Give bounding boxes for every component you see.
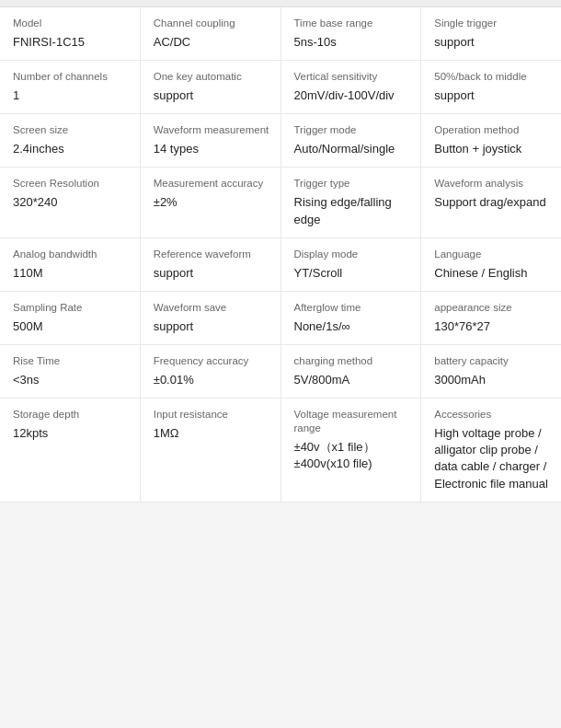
spec-label: Channel coupling (154, 17, 269, 30)
spec-label: battery capacity (434, 354, 550, 368)
spec-cell: Trigger modeAuto/Normal/single (281, 114, 422, 167)
spec-label: Measurement accuracy (154, 177, 269, 191)
spec-cell: Vertical sensitivity20mV/div-100V/div (281, 61, 422, 113)
spec-label: Trigger mode (294, 123, 410, 137)
spec-cell: Single triggersupport (421, 7, 561, 60)
spec-label: Waveform analysis (434, 177, 550, 191)
spec-label: Rise Time (13, 354, 129, 368)
spec-cell: Number of channels1 (0, 61, 141, 113)
spec-row: Number of channels1One key automaticsupp… (0, 61, 561, 114)
spec-label: Operation method (434, 123, 550, 137)
spec-cell: Waveform measurement14 types (141, 114, 281, 167)
spec-cell: Measurement accuracy±2% (141, 168, 281, 237)
spec-cell: Analog bandwidth110M (0, 238, 141, 291)
spec-value: support (154, 265, 269, 282)
spec-value: 320*240 (13, 194, 129, 211)
spec-cell: Rise Time<3ns (0, 345, 141, 398)
spec-value: support (434, 87, 550, 104)
spec-label: Input resistance (154, 408, 269, 422)
spec-value: 2.4inches (13, 141, 129, 157)
spec-label: Sampling Rate (13, 301, 129, 315)
spec-value: 130*76*27 (434, 318, 550, 335)
spec-label: charging method (294, 354, 410, 368)
spec-cell: Frequency accuracy±0.01% (141, 345, 281, 398)
spec-label: Voltage measurement range (294, 408, 410, 435)
spec-cell: Waveform savesupport (141, 292, 281, 344)
spec-cell: Time base range5ns-10s (281, 7, 422, 60)
spec-value: FNIRSI-1C15 (13, 34, 129, 51)
spec-value: None/1s/∞ (294, 318, 410, 335)
spec-cell: Channel couplingAC/DC (141, 7, 281, 60)
spec-value: Rising edge/falling edge (294, 194, 410, 227)
spec-value: ±40v（x1 file） ±400v(x10 file) (294, 439, 410, 472)
spec-label: Model (13, 17, 129, 30)
spec-label: Single trigger (434, 17, 550, 30)
spec-row: Screen size2.4inchesWaveform measurement… (0, 114, 561, 168)
spec-label: Language (434, 248, 550, 261)
spec-label: Screen Resolution (13, 177, 129, 191)
spec-value: support (154, 318, 269, 335)
spec-label: Waveform measurement (154, 123, 269, 137)
spec-value: Button + joystick (434, 141, 550, 157)
spec-cell: Reference waveformsupport (141, 238, 281, 291)
spec-value: support (154, 87, 269, 104)
spec-row: Screen Resolution320*240Measurement accu… (0, 168, 561, 237)
spec-cell: Waveform analysisSupport drag/expand (421, 168, 561, 237)
spec-value: <3ns (13, 372, 129, 388)
spec-label: Reference waveform (154, 248, 269, 261)
spec-label: Screen size (13, 123, 129, 137)
spec-value: 20mV/div-100V/div (294, 87, 410, 104)
spec-label: 50%/back to middle (434, 70, 550, 84)
spec-row: ModelFNIRSI-1C15Channel couplingAC/DCTim… (0, 7, 561, 61)
spec-value: Auto/Normal/single (294, 141, 410, 157)
spec-label: Number of channels (13, 70, 129, 84)
spec-value: 5ns-10s (294, 34, 410, 51)
spec-cell: 50%/back to middlesupport (421, 61, 561, 113)
spec-cell: Sampling Rate500M (0, 292, 141, 344)
spec-cell: Screen size2.4inches (0, 114, 141, 167)
spec-value: 12kpts (13, 425, 129, 442)
spec-label: Time base range (294, 17, 410, 30)
spec-cell: battery capacity3000mAh (421, 345, 561, 398)
spec-label: Frequency accuracy (154, 354, 269, 368)
spec-value: 1 (13, 87, 129, 104)
spec-value: 5V/800mA (294, 372, 410, 388)
spec-cell: Screen Resolution320*240 (0, 168, 141, 237)
spec-cell: ModelFNIRSI-1C15 (0, 7, 141, 60)
spec-cell: AccessoriesHigh voltage probe / alligato… (421, 399, 561, 502)
spec-value: YT/Scroll (294, 265, 410, 282)
spec-cell: Voltage measurement range±40v（x1 file） ±… (281, 399, 422, 502)
spec-value: Chinese / English (434, 265, 550, 282)
spec-label: Analog bandwidth (13, 248, 129, 261)
spec-cell: Storage depth12kpts (0, 399, 141, 502)
spec-label: Accessories (434, 408, 550, 422)
spec-label: Vertical sensitivity (294, 70, 410, 84)
spec-label: Trigger type (294, 177, 410, 191)
spec-row: Storage depth12kptsInput resistance1MΩVo… (0, 399, 561, 503)
spec-value: 500M (13, 318, 129, 335)
spec-table: ModelFNIRSI-1C15Channel couplingAC/DCTim… (0, 0, 561, 503)
spec-label: Display mode (294, 248, 410, 261)
spec-cell: LanguageChinese / English (421, 238, 561, 291)
spec-label: Waveform save (154, 301, 269, 315)
spec-cell: charging method5V/800mA (281, 345, 422, 398)
spec-value: 3000mAh (434, 372, 550, 388)
spec-cell: appearance size130*76*27 (421, 292, 561, 344)
spec-value: High voltage probe / alligator clip prob… (434, 425, 550, 492)
top-separator (0, 0, 561, 7)
spec-row: Sampling Rate500MWaveform savesupportAft… (0, 292, 561, 345)
spec-cell: Operation methodButton + joystick (421, 114, 561, 167)
spec-row: Analog bandwidth110MReference waveformsu… (0, 238, 561, 292)
spec-cell: Afterglow timeNone/1s/∞ (281, 292, 422, 344)
spec-label: One key automatic (154, 70, 269, 84)
spec-cell: One key automaticsupport (141, 61, 281, 113)
spec-value: 1MΩ (154, 425, 269, 442)
spec-label: Storage depth (13, 408, 129, 422)
spec-value: ±2% (154, 194, 269, 211)
spec-value: 14 types (154, 141, 269, 157)
spec-label: Afterglow time (294, 301, 410, 315)
spec-value: 110M (13, 265, 129, 282)
spec-value: AC/DC (154, 34, 269, 51)
spec-value: ±0.01% (154, 372, 269, 388)
spec-cell: Display modeYT/Scroll (281, 238, 422, 291)
